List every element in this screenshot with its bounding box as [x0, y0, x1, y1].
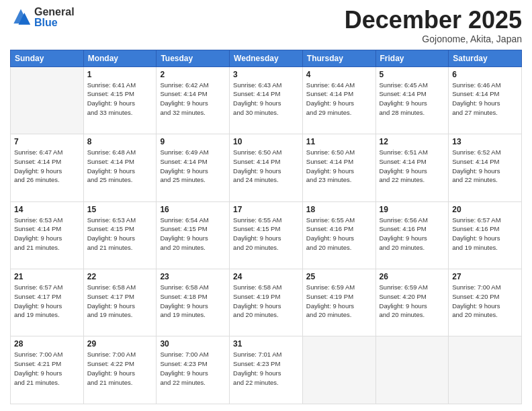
calendar-day-cell: 22Sunrise: 6:58 AMSunset: 4:17 PMDayligh… [83, 269, 157, 336]
day-info-line: and 24 minutes. [233, 175, 299, 185]
day-number: 6 [452, 70, 518, 79]
day-info-line: Sunset: 4:14 PM [14, 224, 80, 234]
day-info-line: Sunset: 4:19 PM [306, 292, 372, 302]
calendar-day-cell: 26Sunrise: 6:59 AMSunset: 4:20 PMDayligh… [375, 269, 449, 336]
day-number: 19 [380, 205, 445, 214]
calendar-week-row: 28Sunrise: 7:00 AMSunset: 4:21 PMDayligh… [11, 336, 522, 404]
day-info-line: Sunset: 4:14 PM [380, 89, 445, 99]
day-info-line: Sunrise: 6:45 AM [380, 81, 445, 90]
calendar-day-cell: 24Sunrise: 6:58 AMSunset: 4:19 PMDayligh… [230, 269, 303, 336]
day-info-line: Sunrise: 7:00 AM [14, 350, 80, 359]
day-number: 16 [160, 205, 226, 214]
day-info: Sunrise: 6:50 AMSunset: 4:14 PMDaylight:… [306, 148, 372, 185]
day-info-line: Daylight: 9 hours [160, 234, 226, 243]
day-info-line: Sunrise: 6:52 AM [452, 148, 518, 157]
day-info-line: Sunrise: 6:56 AM [380, 216, 445, 225]
logo-icon [10, 7, 32, 28]
day-info-line: Sunrise: 6:55 AM [306, 216, 372, 225]
day-number: 4 [306, 70, 372, 79]
day-info: Sunrise: 6:48 AMSunset: 4:14 PMDaylight:… [87, 148, 153, 185]
day-info-line: and 26 minutes. [14, 175, 80, 185]
calendar-day-cell: 12Sunrise: 6:51 AMSunset: 4:14 PMDayligh… [375, 134, 449, 201]
calendar-day-cell: 27Sunrise: 7:00 AMSunset: 4:20 PMDayligh… [449, 269, 522, 336]
calendar-day-cell [375, 336, 449, 404]
day-info-line: Sunrise: 6:53 AM [14, 216, 80, 225]
month-title: December 2025 [345, 7, 522, 34]
day-info-line: and 20 minutes. [306, 243, 372, 253]
day-info-line: and 27 minutes. [452, 108, 518, 118]
day-info-line: and 23 minutes. [306, 175, 372, 185]
day-number: 31 [233, 339, 299, 349]
day-info: Sunrise: 7:00 AMSunset: 4:23 PMDaylight:… [160, 350, 226, 387]
day-info-line: and 20 minutes. [452, 310, 518, 320]
day-info-line: Sunrise: 6:58 AM [160, 283, 226, 292]
calendar-day-cell [302, 336, 375, 404]
calendar-day-cell: 7Sunrise: 6:47 AMSunset: 4:14 PMDaylight… [11, 134, 84, 201]
day-info-line: Sunrise: 6:54 AM [160, 216, 226, 225]
day-info-line: and 22 minutes. [380, 175, 445, 185]
day-info-line: Sunset: 4:18 PM [160, 292, 226, 302]
day-info-line: and 22 minutes. [233, 378, 299, 387]
day-info: Sunrise: 6:50 AMSunset: 4:14 PMDaylight:… [233, 148, 299, 185]
calendar-day-cell: 21Sunrise: 6:57 AMSunset: 4:17 PMDayligh… [11, 269, 84, 336]
day-info-line: Daylight: 9 hours [14, 167, 80, 176]
day-info-line: Sunrise: 6:46 AM [452, 81, 518, 90]
day-info-line: and 28 minutes. [380, 108, 445, 118]
day-info-line: and 19 minutes. [87, 310, 153, 320]
location: Gojonome, Akita, Japan [345, 34, 522, 44]
day-info-line: Sunset: 4:14 PM [452, 89, 518, 99]
calendar-day-cell: 2Sunrise: 6:42 AMSunset: 4:14 PMDaylight… [157, 66, 230, 134]
day-info-line: Sunrise: 7:00 AM [160, 350, 226, 359]
day-info-line: Sunset: 4:14 PM [306, 89, 372, 99]
day-info-line: Sunset: 4:14 PM [306, 157, 372, 167]
day-info-line: Daylight: 9 hours [452, 99, 518, 108]
day-info-line: Daylight: 9 hours [87, 369, 153, 378]
day-info: Sunrise: 6:55 AMSunset: 4:16 PMDaylight:… [306, 216, 372, 253]
day-info: Sunrise: 7:00 AMSunset: 4:21 PMDaylight:… [14, 350, 80, 387]
calendar-day-cell [11, 66, 84, 134]
day-info-line: Daylight: 9 hours [380, 167, 445, 176]
day-info-line: and 32 minutes. [160, 108, 226, 118]
day-info-line: Sunrise: 6:57 AM [14, 283, 80, 292]
day-info: Sunrise: 6:54 AMSunset: 4:15 PMDaylight:… [160, 216, 226, 253]
day-info-line: and 22 minutes. [452, 175, 518, 185]
calendar-day-cell: 23Sunrise: 6:58 AMSunset: 4:18 PMDayligh… [157, 269, 230, 336]
day-info-line: Daylight: 9 hours [87, 302, 153, 311]
day-info-line: Sunrise: 7:01 AM [233, 350, 299, 359]
day-info-line: Daylight: 9 hours [233, 234, 299, 243]
day-info: Sunrise: 6:45 AMSunset: 4:14 PMDaylight:… [380, 81, 445, 118]
calendar-week-row: 21Sunrise: 6:57 AMSunset: 4:17 PMDayligh… [11, 269, 522, 336]
logo: General Blue [10, 7, 75, 28]
header: General Blue December 2025 Gojonome, Aki… [10, 7, 522, 44]
calendar-day-cell: 9Sunrise: 6:49 AMSunset: 4:14 PMDaylight… [157, 134, 230, 201]
day-info-line: Sunset: 4:15 PM [87, 89, 153, 99]
day-number: 23 [160, 272, 226, 281]
day-info-line: and 19 minutes. [160, 310, 226, 320]
calendar-header-row: SundayMondayTuesdayWednesdayThursdayFrid… [11, 50, 522, 66]
day-info-line: Sunrise: 6:58 AM [233, 283, 299, 292]
day-info-line: Sunset: 4:15 PM [233, 224, 299, 234]
calendar-day-cell: 18Sunrise: 6:55 AMSunset: 4:16 PMDayligh… [302, 201, 375, 269]
day-info-line: and 29 minutes. [306, 108, 372, 118]
day-number: 27 [452, 272, 518, 281]
day-info-line: and 20 minutes. [306, 310, 372, 320]
day-info-line: Daylight: 9 hours [87, 234, 153, 243]
calendar-day-cell: 16Sunrise: 6:54 AMSunset: 4:15 PMDayligh… [157, 201, 230, 269]
calendar-day-cell: 28Sunrise: 7:00 AMSunset: 4:21 PMDayligh… [11, 336, 84, 404]
logo-texts: General Blue [34, 7, 75, 28]
day-info-line: Sunrise: 6:50 AM [306, 148, 372, 157]
day-of-week-header: Saturday [449, 50, 522, 66]
day-info-line: Daylight: 9 hours [160, 369, 226, 378]
day-of-week-header: Monday [83, 50, 157, 66]
calendar-week-row: 7Sunrise: 6:47 AMSunset: 4:14 PMDaylight… [11, 134, 522, 201]
day-of-week-header: Thursday [302, 50, 375, 66]
day-info-line: Sunrise: 7:00 AM [87, 350, 153, 359]
day-info-line: Sunset: 4:19 PM [233, 292, 299, 302]
day-info-line: Daylight: 9 hours [306, 302, 372, 311]
day-number: 29 [87, 339, 153, 349]
calendar-day-cell: 11Sunrise: 6:50 AMSunset: 4:14 PMDayligh… [302, 134, 375, 201]
day-info-line: Sunset: 4:14 PM [14, 157, 80, 167]
day-info-line: Daylight: 9 hours [14, 302, 80, 311]
day-info-line: and 22 minutes. [160, 378, 226, 387]
day-info-line: Sunset: 4:15 PM [87, 224, 153, 234]
